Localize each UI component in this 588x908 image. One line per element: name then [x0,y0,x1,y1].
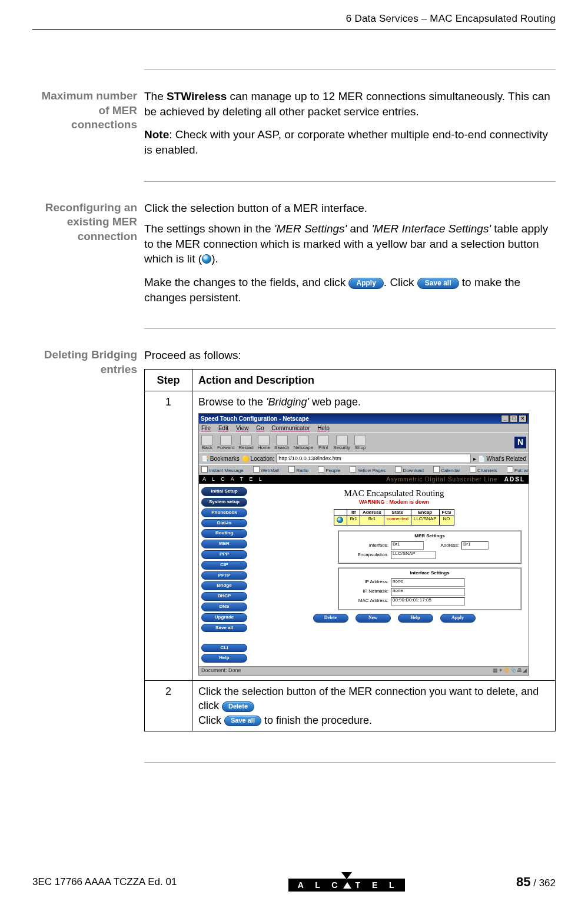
side-heading: Deleting Bridging entries [32,348,144,731]
window-title: Speed Touch Configuration - Netscape [201,415,309,422]
form-row: Interface: Br1 Address: Br1 [341,541,518,550]
step-number: 2 [145,681,192,731]
link-item: Calendar [433,468,464,473]
table-row: 2 Click the selection button of the MER … [145,681,556,731]
text: Location: [251,455,275,462]
text: ). [211,252,218,265]
link-item: Channels [470,468,501,473]
ui-reference: 'MER Settings' [274,222,347,235]
side-heading: Reconfiguring an existing MER connection [32,201,144,311]
col: FCS [439,509,454,516]
text: : Check with your ASP, or corporate whet… [144,128,548,156]
close-icon: × [519,415,527,423]
content-area: Maximum number of MER connections The ST… [35,69,556,763]
text: to finish the procedure. [264,714,372,726]
ui-reference: 'MER Interface Settings' [371,222,491,235]
sidebar-item: Bridge [201,581,247,590]
link-item: Put: andere stuf [507,468,529,473]
step-description: Browse to the 'Bridging' web page. Speed… [192,391,556,681]
security-icon [336,435,348,445]
window-titlebar: Speed Touch Configuration - Netscape _□× [199,414,529,424]
toolbar-back: Back [201,435,213,451]
radio-lit-icon [337,517,343,523]
url-input[interactable] [277,454,471,463]
menu-item: Go [256,425,264,431]
status-icons: ▦ ✶ 🔆 📎 🖶 ◢ [493,668,526,674]
table-row: Br1 Br1 connected LLC/SNAP NO [334,516,454,525]
text: web page. [309,396,361,408]
sidebar-item: CIP [201,561,247,570]
sidebar-item: Phonebook [201,508,247,517]
warning-text: WARNING : Modem is down [263,500,525,505]
sidebar-item: CLI [201,644,247,653]
menu-item: Communicator [271,425,310,431]
address-field: Br1 [461,541,489,550]
save-all-button-graphic: Save all [417,278,459,289]
window-buttons: _□× [500,415,527,423]
text: Browse to the [198,396,266,408]
col-step: Step [145,370,192,391]
field-label: MAC Address: [341,598,388,604]
label: Netscape [293,445,313,451]
mac-address-field: 00:90:D0:01:17:05 [391,597,465,606]
config-sidebar: Initial Setup System setup Phonebook Dia… [199,484,260,666]
interface-field: Br1 [391,541,424,550]
panel-title: Interface Settings [341,571,518,576]
connection-table: Itf Address State Encap FCS [334,509,454,526]
search-icon [276,435,288,445]
status-text: Document: Done [201,668,241,674]
document-number: 3EC 17766 AAAA TCZZA Ed. 01 [32,876,177,888]
toolbar-security: Security [333,435,350,451]
sidebar-item: System setup [201,498,247,507]
toolbar-home: Home [258,435,270,451]
shop-icon [354,435,366,445]
section-divider [144,762,556,763]
form-row: IP Netmask:none [341,588,518,596]
paragraph: The STWireless can manage up to 12 MER c… [144,89,556,119]
text: Bookmarks [210,455,240,462]
page-separator: / [530,877,539,889]
form-row: Encapsulation: LLC/SNAP [341,551,518,559]
ui-reference: 'Bridging' [266,396,309,408]
forward-icon [220,435,232,445]
paragraph: The settings shown in the 'MER Settings'… [144,221,556,267]
help-button: Help [398,614,433,623]
whats-related: ▸ 📄 What's Related [473,455,526,462]
section-reconfigure: Reconfiguring an existing MER connection… [144,181,556,329]
section-deleting-bridging: Deleting Bridging entries Proceed as fol… [144,328,556,749]
menu-item: File [201,425,211,431]
home-icon [258,435,270,445]
text: The [144,90,167,102]
col: Encap [411,509,439,516]
ip-netmask-field: none [391,588,465,596]
action-buttons: Delete New Help Apply [263,614,525,623]
link-item: Download [395,468,428,473]
ip-address-field: none [391,578,465,587]
apply-button-graphic: Apply [348,278,383,289]
col: State [384,509,411,516]
new-button: New [356,614,391,623]
step-number: 1 [145,391,192,681]
page-viewport: Initial Setup System setup Phonebook Dia… [199,484,529,666]
menu-item: Help [317,425,330,431]
text: What's Related [487,455,527,462]
section-body: Proceed as follows: Step Action and Desc… [144,348,556,731]
radio-lit-icon [202,254,211,264]
col: Itf [347,509,360,516]
text: Make the changes to the fields, and clic… [144,276,348,288]
toolbar-print: Print [317,435,329,451]
page-footer: 3EC 17766 AAAA TCZZA Ed. 01 A L CT E L 8… [32,872,556,892]
netscape-logo-icon: N [514,437,526,448]
bookmarks-label: 📑 Bookmarks [201,455,240,462]
toolbar-shop: Shop [354,435,366,451]
page-number: 85 / 362 [516,874,556,890]
label: Back [202,445,212,451]
steps-table: Step Action and Description 1 Browse to … [144,369,556,731]
toolbar: Back Forward Reload Home Search Netscape… [199,433,529,453]
link-item: WebMail [253,468,283,473]
table-row: 1 Browse to the 'Bridging' web page. Spe… [145,391,556,681]
sidebar-item: Upgrade [201,613,247,622]
label: Security [333,445,350,451]
alcatel-logo: A L CT E L [288,872,405,892]
delete-button: Delete [313,614,348,623]
